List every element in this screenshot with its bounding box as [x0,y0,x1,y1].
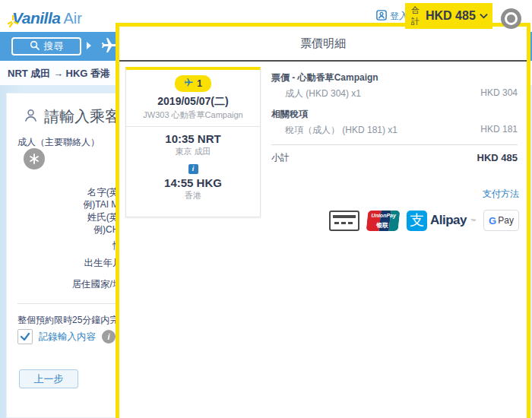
tax-item-label: 稅項（成人） (HKD 181) x1 [271,124,397,137]
alipay-wordmark: Alipay [430,213,467,228]
field-label-first-name: 名字(英文) [7,186,131,199]
route-text: NRT 成田 → HKG 香港 [8,67,110,81]
departure-time: 10:35 NRT [131,132,255,145]
flight-number-fare: JW303 心動香草Campaign [131,109,255,121]
payment-methods-section: 支付方法 UnionPay 银联 支 Alipay ™ [329,188,519,231]
flight-info-icon[interactable]: i [188,164,198,174]
fare-breakdown-panel: 票價 - 心動香草Campaign 成人 (HKD 304) x1 HKD 30… [268,67,521,164]
alipay-glyph: 支 [407,211,427,231]
fare-details-modal: 票價明細 1 2019/05/07(二) JW303 心動香草Campaign … [116,23,530,418]
fare-item-label: 成人 (HKD 304) x1 [271,87,361,100]
arrival-time: 14:55 HKG [131,176,255,189]
payment-methods-label: 支付方法 [329,188,519,201]
fare-row-adult: 成人 (HKD 304) x1 HKD 304 [271,87,518,100]
tax-item-amount: HKD 181 [480,124,518,137]
gpay-icon: G Pay [483,210,519,231]
fare-row-tax: 稅項（成人） (HKD 181) x1 HKD 181 [271,124,518,137]
flight-count: 1 [197,78,202,89]
logo-sparkle-icon [7,15,19,30]
field-example-first-name: 例)TAI MAN [7,198,131,211]
total-label: 合計 [411,5,420,27]
adult-contact-label: 成人（主要聯絡人） [17,136,100,149]
gpay-wordmark: Pay [498,215,514,226]
brand-name: Vanilla [12,9,60,27]
field-label-country: 居住國家/地區 [7,278,131,291]
subtotal-row: 小計 HKD 485 [271,151,518,164]
payment-icons-row: UnionPay 银联 支 Alipay ™ G Pay [329,210,519,231]
field-label-gender: 性別 [7,239,131,252]
search-button[interactable]: 搜尋 [11,37,81,55]
previous-step-button[interactable]: 上一步 [19,369,78,388]
flight-summary-card[interactable]: 1 2019/05/07(二) JW303 心動香草Campaign 10:35… [125,67,261,217]
modal-title: 票價明細 [119,27,527,62]
unionpay-text: UnionPay [368,213,400,218]
remember-info-icon[interactable]: i [102,330,116,344]
fare-divider [271,144,518,145]
unionpay-cn-text: 银联 [366,221,398,230]
subtotal-amount: HKD 485 [477,152,518,163]
flight-date: 2019/05/07(二) [131,95,255,109]
vanilla-air-logo[interactable]: Vanilla Air [12,5,82,27]
field-label-last-name: 姓氏(英文) [7,211,131,224]
fare-group-header: 票價 - 心動香草Campaign [271,71,518,84]
departure-city: 東京 成田 [131,146,255,157]
alipay-trademark: ™ [470,218,476,223]
arrival-city: 香港 [131,190,255,201]
plane-icon [184,77,194,90]
total-value: HKD 485 [426,9,476,23]
subtotal-label: 小計 [271,151,290,164]
gpay-g-glyph: G [489,215,496,226]
search-label: 搜尋 [44,40,64,53]
search-icon [30,40,40,52]
total-dropdown[interactable]: 合計 HKD 485 [405,3,492,29]
alipay-icon: 支 Alipay ™ [407,211,476,231]
flight-count-badge: 1 [175,75,211,92]
chevron-down-icon [480,13,488,19]
tax-group-header: 相關稅項 [271,108,518,121]
unionpay-icon: UnionPay 银联 [366,211,401,231]
avatar [24,148,45,169]
timer-reset-icon[interactable] [501,8,521,29]
login-link[interactable]: 登入 [376,10,408,23]
field-example-last-name: 例)CHAN [7,223,131,236]
credit-card-icon [329,211,359,231]
remember-checkbox[interactable] [17,329,33,344]
step-arrow-icon [87,42,91,49]
flight-card-divider [126,126,260,127]
fare-item-amount: HKD 304 [480,87,518,100]
login-icon [376,10,387,23]
remember-input-row: 記錄輸入内容 i [17,329,116,344]
person-icon [24,108,38,126]
brand-suffix: Air [63,10,81,27]
field-label-birthdate: 出生年月日 [7,257,131,270]
booking-page: Vanilla Air 搜尋 NRT 成田 → HKG 香港 請輸入乘客資料 成… [0,0,532,418]
remember-label: 記錄輸入内容 [39,331,96,344]
